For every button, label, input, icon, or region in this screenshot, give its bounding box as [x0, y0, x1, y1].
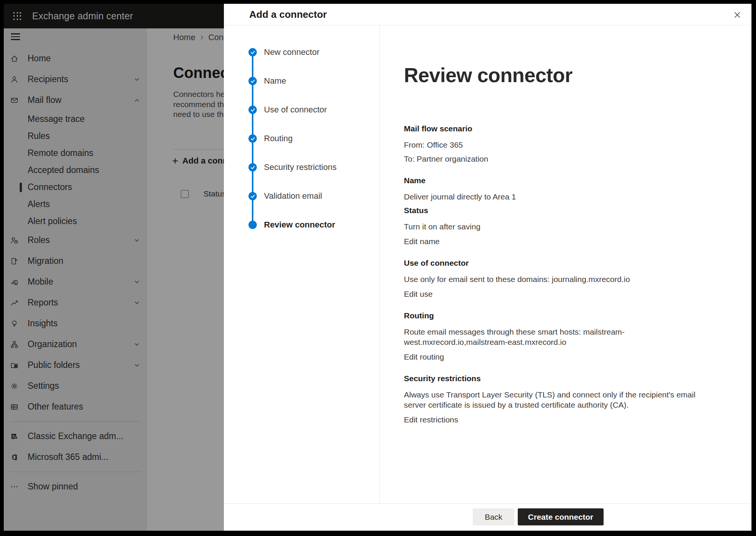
- review-section-text: Turn it on after saving: [404, 221, 706, 232]
- wizard-step-new-connector[interactable]: New connector: [224, 48, 379, 56]
- review-edit-row: Edit restrictions: [404, 414, 706, 425]
- wizard-step-label: Review connector: [264, 220, 335, 230]
- wizard-step-label: Security restrictions: [264, 162, 337, 172]
- review-section-header: Status: [404, 206, 706, 215]
- review-section-header: Name: [404, 176, 706, 185]
- review-section: Mail flow scenarioFrom: Office 365To: Pa…: [404, 124, 706, 164]
- review-section: NameDeliver journal directly to Area 1St…: [404, 176, 706, 246]
- review-section-text: Deliver journal directly to Area 1: [404, 192, 706, 202]
- review-section-text: To: Partner organization: [404, 154, 706, 164]
- review-edit-row: Edit use: [404, 288, 706, 299]
- review-section-header: Routing: [404, 311, 706, 321]
- wizard-step-security-restrictions[interactable]: Security restrictions: [224, 163, 379, 171]
- screen-frame: Exchange admin center HomeRecipientsMail…: [0, 0, 756, 536]
- wizard-step-label: New connector: [264, 47, 320, 57]
- step-complete-icon: [248, 106, 257, 114]
- wizard-stepper: New connectorNameUse of connectorRouting…: [224, 25, 380, 503]
- review-section-text: From: Office 365: [404, 140, 706, 150]
- review-section: RoutingRoute email messages through thes…: [404, 311, 706, 362]
- review-section-header: Mail flow scenario: [404, 124, 706, 134]
- review-pane: Review connector Mail flow scenarioFrom:…: [380, 25, 751, 503]
- review-sections: Mail flow scenarioFrom: Office 365To: Pa…: [404, 124, 706, 425]
- review-edit-row: Edit routing: [404, 351, 706, 362]
- wizard-step-label: Use of connector: [264, 105, 327, 115]
- step-complete-icon: [248, 48, 257, 56]
- step-current-dot: [248, 221, 257, 229]
- review-section-text: Route email messages through these smart…: [404, 327, 706, 347]
- wizard-step-label: Routing: [264, 134, 293, 143]
- review-section-header: Security restrictions: [404, 374, 706, 383]
- edit-link-edit-restrictions[interactable]: Edit restrictions: [404, 414, 458, 425]
- step-complete-icon: [248, 163, 257, 171]
- wizard-step-name[interactable]: Name: [224, 77, 379, 85]
- dialog-title: Add a connector: [249, 9, 327, 20]
- step-complete-icon: [248, 134, 257, 143]
- wizard-step-routing[interactable]: Routing: [224, 134, 379, 143]
- back-button[interactable]: Back: [473, 508, 514, 525]
- dialog-body: New connectorNameUse of connectorRouting…: [224, 25, 751, 503]
- review-section-header: Use of connector: [404, 258, 706, 268]
- dialog-header: Add a connector: [224, 4, 751, 25]
- wizard-step-label: Validation email: [264, 191, 322, 201]
- review-section-text: Use only for email sent to these domains…: [404, 274, 706, 284]
- add-connector-dialog: Add a connector New connectorNameUse of …: [224, 4, 751, 531]
- review-section-text: Always use Transport Layer Security (TLS…: [404, 390, 706, 410]
- edit-link-edit-use[interactable]: Edit use: [404, 289, 433, 299]
- step-complete-icon: [248, 192, 257, 200]
- edit-link-edit-name[interactable]: Edit name: [404, 236, 440, 246]
- review-edit-row: Edit name: [404, 235, 706, 246]
- create-connector-button[interactable]: Create connector: [518, 508, 604, 525]
- dialog-footer: Back Create connector: [224, 503, 751, 531]
- close-icon[interactable]: [730, 7, 745, 22]
- step-complete-icon: [248, 77, 257, 85]
- wizard-step-label: Name: [264, 76, 286, 86]
- wizard-step-use-of-connector[interactable]: Use of connector: [224, 106, 379, 114]
- review-heading: Review connector: [404, 65, 706, 86]
- edit-link-edit-routing[interactable]: Edit routing: [404, 352, 444, 362]
- review-section: Use of connectorUse only for email sent …: [404, 258, 706, 299]
- exchange-admin-center-window: Exchange admin center HomeRecipientsMail…: [4, 4, 751, 531]
- wizard-step-validation-email[interactable]: Validation email: [224, 192, 379, 200]
- wizard-step-review-connector[interactable]: Review connector: [224, 221, 379, 229]
- review-section: Security restrictionsAlways use Transpor…: [404, 374, 706, 425]
